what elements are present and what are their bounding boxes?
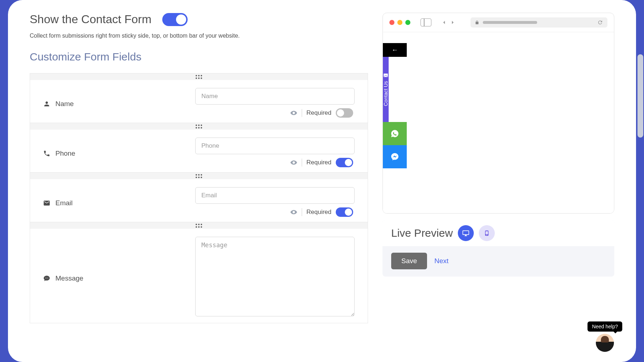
sticky-sidebar: ← Contact Us xyxy=(383,43,407,168)
mail-icon xyxy=(43,199,50,207)
sticky-contact-label: Contact Us xyxy=(383,81,389,106)
mail-icon xyxy=(383,73,388,78)
preview-controls: Live Preview Save Next xyxy=(382,220,614,277)
minimize-dot-icon xyxy=(397,20,402,25)
field-label: Email xyxy=(43,187,184,217)
whatsapp-icon xyxy=(390,129,399,138)
field-block-phone: Phone Required xyxy=(30,123,368,172)
required-toggle-email[interactable] xyxy=(336,207,353,217)
divider xyxy=(302,208,302,216)
maximize-dot-icon xyxy=(405,20,410,25)
desktop-icon xyxy=(462,230,469,237)
field-label: Message xyxy=(43,237,184,318)
field-label-text: Message xyxy=(55,274,83,282)
required-toggle-name[interactable] xyxy=(336,108,353,118)
save-button[interactable]: Save xyxy=(391,253,427,269)
sidebar-icon xyxy=(421,18,431,26)
person-icon xyxy=(43,100,50,108)
desktop-preview-button[interactable] xyxy=(458,225,474,241)
field-label: Phone xyxy=(43,138,184,167)
next-button[interactable]: Next xyxy=(434,257,448,265)
required-toggle-phone[interactable] xyxy=(336,158,353,167)
section-title: Customize Form Fields xyxy=(30,51,368,63)
field-block-message: Message xyxy=(30,222,368,323)
field-label-text: Name xyxy=(55,100,74,108)
mobile-preview-button[interactable] xyxy=(479,225,495,241)
field-block-name: Name Required xyxy=(30,73,368,123)
field-label-text: Email xyxy=(55,199,73,207)
lock-icon xyxy=(475,20,479,25)
phone-icon xyxy=(43,150,50,157)
help-widget[interactable]: Need help? xyxy=(587,321,622,352)
field-label: Name xyxy=(43,88,184,118)
preview-browser: ← Contact Us xyxy=(382,13,614,214)
email-input[interactable] xyxy=(195,187,355,204)
refresh-icon xyxy=(597,20,603,25)
chat-icon xyxy=(43,275,50,282)
arrow-left-icon: ← xyxy=(392,46,398,54)
preview-canvas: ← Contact Us xyxy=(383,32,614,213)
live-preview-title: Live Preview xyxy=(391,227,453,239)
message-textarea[interactable] xyxy=(195,237,355,316)
url-bar xyxy=(471,17,607,28)
url-placeholder xyxy=(483,21,537,24)
sticky-messenger[interactable] xyxy=(383,145,407,168)
messenger-icon xyxy=(390,152,399,161)
required-label: Required xyxy=(306,209,331,216)
chevron-left-icon xyxy=(441,19,447,26)
phone-input[interactable] xyxy=(195,138,355,154)
drag-handle[interactable] xyxy=(30,173,368,179)
divider xyxy=(302,109,302,117)
divider xyxy=(302,159,302,167)
drag-handle[interactable] xyxy=(30,123,368,130)
show-form-toggle[interactable] xyxy=(162,13,188,26)
sticky-contact-tab[interactable]: Contact Us xyxy=(383,57,389,122)
support-avatar xyxy=(596,334,614,352)
visibility-icon[interactable] xyxy=(290,159,297,166)
help-tooltip: Need help? xyxy=(587,321,622,332)
close-dot-icon xyxy=(389,20,394,25)
page-title: Show the Contact Form xyxy=(30,13,151,26)
drag-handle[interactable] xyxy=(30,222,368,229)
visibility-icon[interactable] xyxy=(290,109,297,117)
field-label-text: Phone xyxy=(55,150,75,157)
required-label: Required xyxy=(306,159,331,166)
required-label: Required xyxy=(306,109,331,117)
page-subtext: Collect form submissions right from stic… xyxy=(30,33,368,39)
field-block-email: Email Required xyxy=(30,172,368,222)
drag-handle[interactable] xyxy=(30,73,368,80)
scrollbar[interactable] xyxy=(637,54,643,138)
chevron-right-icon xyxy=(449,19,456,26)
traffic-lights xyxy=(389,20,410,25)
browser-bar xyxy=(383,13,614,32)
visibility-icon[interactable] xyxy=(290,209,297,216)
mobile-icon xyxy=(484,230,490,236)
name-input[interactable] xyxy=(195,88,355,105)
sticky-collapse[interactable]: ← xyxy=(383,43,407,57)
sticky-whatsapp[interactable] xyxy=(383,122,407,145)
